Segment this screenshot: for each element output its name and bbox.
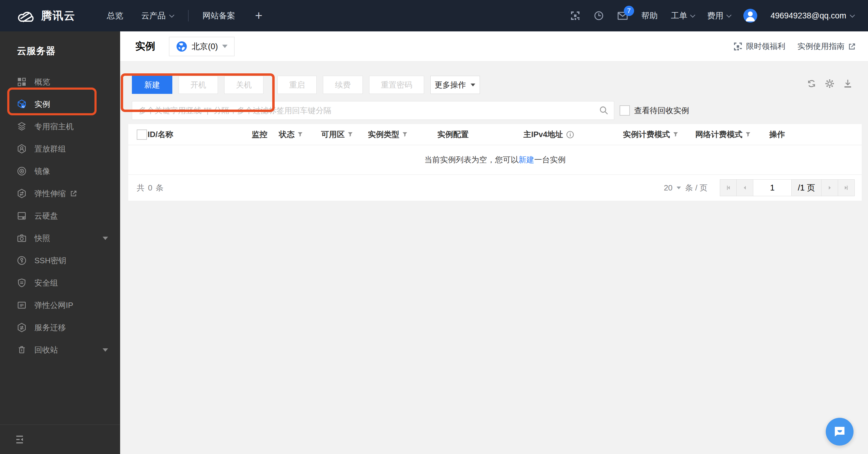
sidebar-title: 云服务器: [0, 31, 120, 57]
disk-icon: [17, 211, 27, 221]
shutdown-button[interactable]: 关机: [224, 76, 264, 94]
support-chat-button[interactable]: [826, 418, 854, 446]
sidebar-item-recycle-bin[interactable]: 回收站: [0, 339, 120, 361]
sidebar-item-cloud-disks[interactable]: 云硬盘: [0, 205, 120, 227]
tencent-cloud-logo[interactable]: 腾讯云: [17, 8, 75, 23]
create-instance-button[interactable]: 新建: [132, 76, 172, 94]
filter-icon[interactable]: [745, 132, 751, 137]
last-page-button[interactable]: [838, 179, 855, 196]
sidebar-item-snapshots[interactable]: 快照: [0, 227, 120, 249]
scaling-cube-icon: [17, 189, 27, 198]
sidebar-item-elastic-ip[interactable]: IP 弹性公网IP: [0, 294, 120, 316]
external-link-icon: [70, 190, 77, 197]
hexagon-group-icon: [17, 144, 27, 154]
sidebar-item-ssh-keys[interactable]: SSH密钥: [0, 249, 120, 272]
account-menu[interactable]: 496949238@qq.com: [771, 11, 854, 21]
power-on-button[interactable]: 开机: [179, 76, 218, 94]
col-instance-config: 实例配置: [437, 129, 523, 140]
migration-cube-icon: [17, 323, 27, 332]
col-operations: 操作: [769, 129, 862, 140]
nav-divider: [188, 10, 189, 22]
nav-overview[interactable]: 总览: [107, 10, 123, 21]
page-size-selector[interactable]: 20 条 / 页: [664, 183, 707, 193]
chevron-down-icon: [690, 12, 695, 18]
region-selector[interactable]: 北京(0): [169, 37, 235, 56]
messages-mail-icon[interactable]: 7: [617, 10, 628, 21]
more-actions-button[interactable]: 更多操作: [430, 76, 480, 94]
settings-gear-icon[interactable]: [825, 79, 835, 88]
qr-benefit-icon: [734, 42, 742, 51]
sidebar-item-auto-scaling[interactable]: 弹性伸缩: [0, 182, 120, 205]
ticket-menu[interactable]: 工单: [671, 10, 694, 21]
prev-page-button[interactable]: [736, 179, 753, 196]
filter-icon[interactable]: [673, 132, 678, 137]
sidebar-item-placement-groups[interactable]: 置放群组: [0, 138, 120, 160]
chevron-down-icon: [169, 12, 175, 18]
globe-icon: [176, 41, 187, 52]
refresh-icon[interactable]: [807, 79, 816, 88]
layers-icon: [17, 122, 27, 131]
topbar: 腾讯云 总览 云产品 网站备案 + 7: [0, 0, 868, 31]
history-clock-icon[interactable]: [594, 10, 604, 21]
empty-create-link[interactable]: 新建: [519, 155, 534, 165]
sidebar-item-dedicated-hosts[interactable]: 专用宿主机: [0, 115, 120, 138]
first-page-button[interactable]: [720, 179, 737, 196]
benefits-link[interactable]: 限时领福利: [734, 41, 785, 52]
reset-password-button[interactable]: 重置密码: [369, 76, 424, 94]
region-label: 北京(0): [192, 41, 218, 52]
view-recycled-label: 查看待回收实例: [634, 105, 689, 116]
logo-text: 腾讯云: [41, 8, 75, 23]
view-recycled-checkbox[interactable]: [620, 105, 630, 116]
expand-chevron-icon[interactable]: [103, 237, 108, 240]
search-input[interactable]: [132, 101, 614, 120]
sidebar: 云服务器 概览 实例: [0, 31, 120, 454]
sidebar-item-service-migration[interactable]: 服务迁移: [0, 316, 120, 339]
col-primary-ipv4: 主IPv4地址: [523, 129, 623, 140]
caret-down-icon: [677, 186, 681, 189]
ip-box-icon: IP: [17, 300, 27, 310]
nav-cloud-products[interactable]: 云产品: [141, 10, 173, 21]
col-network-billing: 网络计费模式: [695, 129, 769, 140]
filter-icon[interactable]: [348, 132, 353, 137]
chevron-down-icon: [850, 12, 855, 18]
table-tools: [807, 79, 852, 88]
collapse-sidebar-icon[interactable]: [16, 435, 26, 444]
instance-cube-icon: [17, 99, 27, 109]
next-page-button[interactable]: [821, 179, 838, 196]
instance-table: ID/名称 监控 状态 可用区 实例类型 实例配置 主IPv4地址 实例计费模式…: [128, 124, 862, 201]
billing-menu[interactable]: 费用: [707, 10, 730, 21]
search-icon[interactable]: [599, 105, 609, 115]
avatar[interactable]: [743, 9, 757, 23]
page-title: 实例: [135, 39, 155, 53]
sidebar-item-images[interactable]: 镜像: [0, 160, 120, 182]
action-button-row: 新建 开机 关机 重启 续费 重置密码 更多操作: [132, 76, 480, 94]
chevron-down-icon: [726, 12, 732, 18]
sidebar-item-security-groups[interactable]: 安全组: [0, 272, 120, 294]
restart-button[interactable]: 重启: [277, 76, 317, 94]
renew-button[interactable]: 续费: [323, 76, 363, 94]
overview-grid-icon: [17, 77, 27, 87]
select-all-checkbox[interactable]: [137, 129, 147, 140]
help-link[interactable]: 帮助: [641, 10, 658, 21]
col-instance-billing: 实例计费模式: [623, 129, 695, 140]
info-icon[interactable]: [566, 131, 574, 139]
table-footer: 共 0 条 20 条 / 页: [128, 175, 862, 201]
expand-chevron-icon[interactable]: [103, 349, 108, 352]
console-qr-icon[interactable]: [570, 10, 580, 21]
col-status: 状态: [279, 129, 321, 140]
download-icon[interactable]: [843, 79, 852, 88]
current-page-input[interactable]: [753, 179, 792, 196]
page-number-field[interactable]: [753, 180, 791, 196]
nav-icp-filing[interactable]: 网站备案: [203, 10, 235, 21]
caret-down-icon: [222, 45, 227, 48]
filter-icon[interactable]: [402, 132, 407, 137]
filter-icon[interactable]: [298, 132, 303, 137]
col-monitor: 监控: [252, 129, 279, 140]
instance-guide-link[interactable]: 实例使用指南: [797, 41, 856, 52]
shield-icon: [17, 278, 27, 288]
sidebar-item-instances[interactable]: 实例: [0, 93, 120, 115]
sidebar-item-overview[interactable]: 概览: [0, 71, 120, 93]
add-nav-shortcut-button[interactable]: +: [255, 8, 262, 23]
caret-down-icon: [470, 83, 475, 86]
table-header-row: ID/名称 监控 状态 可用区 实例类型 实例配置 主IPv4地址 实例计费模式…: [128, 124, 862, 145]
